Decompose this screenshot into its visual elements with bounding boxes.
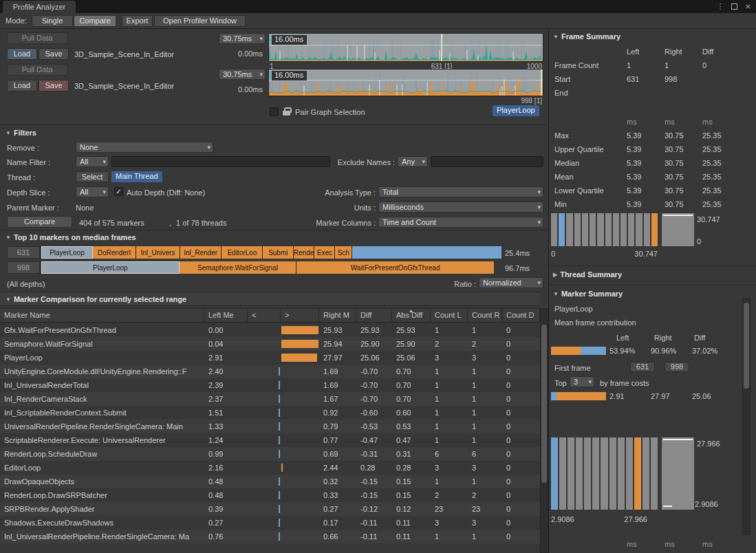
column-header[interactable]: Left Me	[204, 309, 248, 322]
table-row[interactable]: Semaphore.WaitForSignal0.0425.9425.9025.…	[0, 337, 540, 351]
frame-summary-header[interactable]: ▼Frame Summary	[553, 32, 620, 42]
open-profiler-window-button[interactable]: Open Profiler Window	[154, 15, 246, 27]
marker-segment[interactable]: PlayerLoop	[41, 261, 180, 274]
save-left-button[interactable]: Save	[39, 48, 69, 60]
table-row[interactable]: EditorLoop2.162.440.280.28330	[0, 461, 540, 475]
marker-segment[interactable]: Rende	[294, 246, 314, 259]
chevron-down-icon: ▾	[422, 158, 425, 166]
frame-number-box[interactable]: 631	[7, 246, 40, 259]
frame-graph-right[interactable]: 16.00ms	[268, 69, 543, 96]
filters-header[interactable]: ▼Filters	[6, 128, 36, 138]
column-header[interactable]: Abs Diff▲	[392, 309, 431, 322]
marker-segment[interactable]: Exec	[314, 246, 335, 259]
table-scrollbar-thumb[interactable]	[541, 325, 547, 483]
ratio-dropdown[interactable]: Normalized▾	[479, 277, 543, 288]
marker-segment[interactable]: Semaphore.WaitForSignal	[180, 261, 297, 274]
marker-name-cell: ScriptableRenderer.Execute: UniversalRen…	[0, 433, 204, 447]
marker-segment[interactable]: WaitForPresentOnGfxThread	[296, 261, 495, 274]
marker-segment[interactable]: Inl_Univers	[136, 246, 180, 259]
marker-segment[interactable]: DoRenderI	[93, 246, 136, 259]
marker-name-cell: EditorLoop	[0, 461, 204, 475]
pull-data-right-button[interactable]: Pull Data	[7, 64, 67, 76]
column-header[interactable]: Marker Name	[0, 309, 204, 322]
selected-marker-tag[interactable]: PlayerLoop	[493, 105, 539, 116]
column-header[interactable]: Count D	[502, 309, 540, 322]
analysis-type-dropdown[interactable]: Total▾	[378, 186, 543, 197]
table-row[interactable]: Shadows.ExecuteDrawShadows0.270.17-0.110…	[0, 516, 540, 530]
column-header[interactable]: Right M	[319, 309, 356, 322]
exclude-mode-dropdown[interactable]: Any▾	[398, 156, 428, 167]
marker-segment[interactable]: PlayerLoop	[41, 246, 93, 259]
table-row[interactable]: UnityEngine.CoreModule.dll!UnityEngine.R…	[0, 365, 540, 378]
first-frame-right-button[interactable]: 998	[665, 362, 689, 372]
load-right-button[interactable]: Load	[7, 80, 37, 91]
close-icon[interactable]: ×	[745, 1, 750, 12]
table-row[interactable]: DrawOpaqueObjects0.480.32-0.150.15110	[0, 475, 540, 488]
mode-single-button[interactable]: Single	[32, 15, 73, 27]
mode-compare-button[interactable]: Compare	[74, 15, 116, 27]
first-frame-left-button[interactable]: 631	[630, 362, 655, 372]
export-button[interactable]: Export	[122, 15, 153, 27]
compare-button[interactable]: Compare	[7, 216, 72, 228]
panel-scrollbar-thumb[interactable]	[744, 303, 749, 389]
marker-segment[interactable]: Submi	[263, 246, 294, 259]
table-row[interactable]: RenderLoop.DrawSRPBatcher0.480.33-0.150.…	[0, 488, 540, 502]
histogram-bar	[566, 213, 572, 246]
column-header[interactable]: Count R	[468, 309, 502, 322]
frame-graph-left[interactable]: 16.00ms	[268, 33, 543, 62]
thread-summary-header[interactable]: ▶Thread Summary	[553, 270, 622, 280]
auto-depth-checkbox[interactable]: ✓	[114, 187, 123, 196]
histogram-min-label: 2.9086	[551, 514, 574, 524]
graph-right-ymax-dropdown[interactable]: 30.75ms▾	[219, 69, 266, 80]
column-header[interactable]: <	[248, 309, 281, 322]
name-filter-input[interactable]	[111, 156, 330, 167]
table-row[interactable]: Inl_UniversalRenderPipeline.RenderSingle…	[0, 530, 540, 543]
column-header[interactable]: Diff	[356, 309, 392, 322]
histogram-bar	[626, 437, 633, 510]
maximize-icon[interactable]	[731, 3, 737, 10]
exclude-names-input[interactable]	[431, 156, 543, 167]
pull-data-left-button[interactable]: Pull Data	[7, 32, 67, 44]
frame-graph-right-plot[interactable]	[269, 69, 543, 96]
thread-select-button[interactable]: Select	[76, 171, 109, 182]
lock-icon[interactable]	[283, 107, 290, 116]
marker-summary-header[interactable]: ▼Marker Summary	[553, 289, 623, 299]
chevron-down-icon: ▾	[537, 279, 541, 288]
comparison-section-bar[interactable]: ▼Marker Comparison for currently selecte…	[0, 292, 540, 306]
table-row[interactable]: RenderLoop.ScheduleDraw0.990.69-0.310.31…	[0, 447, 540, 461]
window-tab[interactable]: Profile Analyzer	[3, 1, 76, 13]
units-dropdown[interactable]: Milliseconds▾	[378, 202, 543, 213]
pair-graph-selection-checkbox[interactable]	[270, 107, 279, 116]
kebab-menu-icon[interactable]: ⋮	[716, 2, 724, 11]
table-row[interactable]: Inl_ScriptableRenderContext.Submit1.510.…	[0, 406, 540, 420]
toolbar: Mode: Single Compare Export Open Profile…	[0, 13, 756, 29]
table-row[interactable]: Inl_UniversalRenderTotal2.391.69-0.700.7…	[0, 378, 540, 392]
top-n-dropdown[interactable]: 3▾	[570, 376, 594, 387]
marker-segment[interactable]: Sch	[335, 246, 352, 259]
load-left-button[interactable]: Load	[7, 48, 37, 60]
table-row[interactable]: PlayerLoop2.9127.9725.0625.06330	[0, 351, 540, 365]
graph-right-x-selected: 998 [1]	[508, 97, 542, 105]
marker-segment[interactable]	[352, 246, 501, 259]
frame-graph-left-plot[interactable]	[269, 34, 543, 61]
summary-row-label: Upper Quartile	[554, 145, 604, 153]
table-row[interactable]: Gfx.WaitForPresentOnGfxThread0.0025.9325…	[0, 323, 540, 337]
name-filter-mode-dropdown[interactable]: All▾	[76, 156, 109, 167]
table-row[interactable]: Inl_RenderCameraStack2.371.67-0.700.7011…	[0, 392, 540, 406]
top-markers-header[interactable]: ▼Top 10 markers on median frames	[6, 232, 136, 243]
remove-dropdown[interactable]: None▾	[76, 142, 213, 153]
marker-columns-dropdown[interactable]: Time and Count▾	[378, 217, 543, 228]
table-row[interactable]: UniversalRenderPipeline.RenderSingleCame…	[0, 420, 540, 433]
marker-segment[interactable]: EditorLoo	[222, 246, 263, 259]
table-row[interactable]: SRPBRender.ApplyShader0.390.27-0.120.122…	[0, 502, 540, 516]
column-header[interactable]: Count L	[431, 309, 468, 322]
column-header[interactable]: >	[281, 309, 319, 322]
depth-slice-dropdown[interactable]: All▾	[76, 186, 109, 197]
main-thread-tag[interactable]: Main Thread	[111, 171, 162, 182]
save-right-button[interactable]: Save	[39, 80, 69, 91]
graph-left-ymax-dropdown[interactable]: 30.75ms▾	[219, 33, 266, 44]
frame-number-box[interactable]: 998	[7, 261, 40, 274]
table-row[interactable]: ScriptableRenderer.Execute: UniversalRen…	[0, 433, 540, 447]
marker-segment[interactable]: Inl_Render	[180, 246, 222, 259]
left-greater-bar	[279, 532, 280, 541]
